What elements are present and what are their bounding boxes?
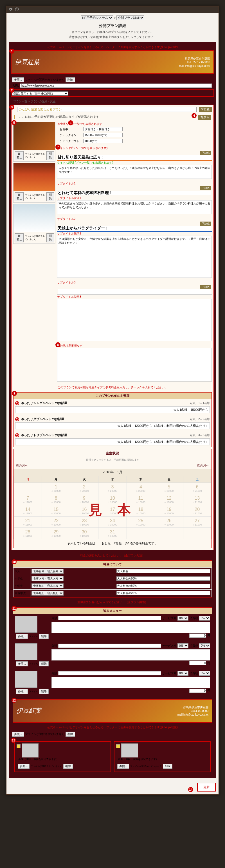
cal-cell[interactable] (127, 528, 155, 539)
addmenu-desc-textarea[interactable] (52, 677, 210, 688)
cal-cell[interactable]: 5○ 20000 (155, 483, 183, 494)
breadcrumb-system-select[interactable]: HP用予約システム (81, 16, 113, 20)
addmenu-cat-input[interactable] (58, 644, 161, 648)
price-note-input[interactable] (117, 584, 211, 588)
price-note-input[interactable] (117, 577, 211, 581)
img3-del-button[interactable]: 削除 (46, 234, 54, 242)
cal-cell[interactable]: 9○ 10000 (70, 494, 98, 505)
addmenu-price-input[interactable] (189, 661, 206, 665)
meal-select[interactable]: 食事あり・寝具あり (32, 569, 64, 574)
sec2-textarea[interactable] (57, 200, 212, 214)
plan-name-input[interactable] (17, 107, 197, 112)
room-price-input[interactable]: 大人1名様 12000円から（3名様ご利用の場合のお1人様あたり） (15, 438, 210, 445)
cal-cell[interactable]: 8○ 10000 (42, 494, 70, 505)
room-check[interactable] (15, 401, 19, 405)
addmenu-svc-select[interactable]: 0% (178, 671, 188, 676)
cal-cell[interactable]: 29○ 10000 (42, 528, 70, 539)
addmenu-price-input[interactable] (189, 689, 206, 693)
room-price-input[interactable]: 大人1名様 15000円から (15, 406, 210, 413)
cal-cell[interactable]: 4○ 20000 (127, 483, 155, 494)
cal-cell[interactable]: 14○ 11000 (14, 505, 42, 517)
header-delete-button[interactable]: 削除 (66, 77, 75, 82)
cal-cell[interactable]: 7○ 11000 (14, 494, 42, 505)
addmenu-svc-select[interactable]: 0% (178, 643, 188, 648)
cal-cell[interactable]: 24○ 10000 (98, 517, 127, 528)
sec4-textarea[interactable] (57, 299, 212, 341)
addmenu-del-button[interactable]: 削除 (39, 634, 49, 639)
line-color-button-4[interactable]: 下線色 (200, 285, 211, 289)
submit-button[interactable]: 更新 (197, 783, 216, 792)
dual-left-file[interactable]: 参照... (18, 764, 30, 769)
cal-cell[interactable]: 22○ 10000 (42, 517, 70, 528)
img1-del-button[interactable]: 削除 (46, 151, 54, 160)
img2-del-button[interactable]: 削除 (46, 192, 54, 201)
cal-cell[interactable]: 17○ 10000 (98, 505, 127, 517)
bg-color-button[interactable]: 背景色 (199, 107, 212, 112)
cal-cell[interactable]: 2○ 20000 (70, 483, 98, 494)
sec1-title-input[interactable] (58, 155, 211, 160)
price-note-input[interactable] (117, 569, 211, 573)
img3-file-button[interactable]: 参照... (14, 234, 24, 242)
meal-select[interactable]: 食事あり・寝具あり (32, 576, 64, 581)
addmenu-file-button[interactable]: 参照... (16, 661, 28, 666)
cal-cell[interactable]: 26○ 10000 (155, 517, 183, 528)
cal-cell[interactable]: 27○ 11000 (183, 517, 211, 528)
room-price-input[interactable]: 大人1名様 12000円から（2名様ご利用の場合のお1人様あたり） (15, 422, 210, 429)
addmenu-tax-select[interactable]: 0% (199, 643, 210, 648)
addmenu-del-button[interactable]: 削除 (39, 661, 49, 666)
sec3-textarea[interactable] (57, 236, 212, 278)
meal-select[interactable]: 食事無し・寝具あり (32, 584, 64, 588)
cal-cell[interactable]: 13○ 11000 (183, 494, 211, 505)
addmenu-cat-input[interactable] (58, 671, 161, 675)
dual-left-del[interactable]: 削除 (63, 764, 73, 769)
cal-next[interactable]: 次の月へ (197, 463, 209, 468)
addmenu-svc-select[interactable]: 0% (178, 616, 188, 621)
cal-cell[interactable]: 1○ 21000 (42, 483, 70, 494)
line-color-button-3[interactable]: 下線色 (200, 222, 211, 226)
cal-cell[interactable]: 31○ 10000 (98, 528, 127, 539)
cal-cell[interactable]: 21○ 11000 (14, 517, 42, 528)
addmenu-desc-textarea[interactable] (52, 649, 210, 660)
checkin-input[interactable] (83, 133, 123, 137)
sec1-textarea[interactable] (57, 165, 212, 179)
addmenu-tax-select[interactable]: 0% (199, 671, 210, 676)
cal-cell[interactable]: 3○ 20000 (98, 483, 127, 494)
sec2-title-input[interactable] (58, 191, 211, 195)
cal-cell[interactable]: 19○ 10000 (155, 505, 183, 517)
cal-cell[interactable] (183, 528, 211, 539)
checkout-input[interactable] (83, 139, 123, 143)
color-swatch-left[interactable] (17, 744, 21, 748)
addmenu-desc-textarea[interactable] (52, 622, 210, 633)
bg-color-button-2[interactable]: 背景色 (198, 115, 211, 120)
cal-cell[interactable]: 16○ 10000 (70, 505, 98, 517)
cal-cell[interactable] (14, 483, 42, 494)
dual-right-file[interactable]: 参照... (117, 764, 129, 769)
breadcrumb-page-select[interactable]: 公開プラン詳細 (117, 16, 144, 20)
url-input[interactable] (20, 84, 212, 88)
img1-file-button[interactable]: 参照... (14, 151, 24, 160)
cal-cell[interactable]: 6○ 21000 (183, 483, 211, 494)
translate-select[interactable]: 翻訳: 使用する（岩中極伝伊豆） (12, 91, 68, 96)
cal-cell[interactable]: 12○ 10000 (155, 494, 183, 505)
cal-cell[interactable]: 23○ 10000 (70, 517, 98, 528)
cal-cell[interactable]: 18○ 10000 (127, 505, 155, 517)
cal-cell[interactable]: 11○ 10000 (127, 494, 155, 505)
sec3-title-input[interactable] (58, 226, 211, 230)
addmenu-cat-input[interactable] (58, 616, 161, 620)
cal-cell[interactable] (155, 528, 183, 539)
price-note-input[interactable] (117, 591, 211, 595)
addmenu-tax-select[interactable]: 0% (199, 616, 210, 621)
cal-cell[interactable]: 20○ 11000 (183, 505, 211, 517)
line-color-button-2[interactable]: 下線色 (200, 186, 211, 190)
gear-icon[interactable] (9, 7, 13, 12)
footer-del-button[interactable]: 削除 (66, 732, 75, 737)
addmenu-file-button[interactable]: 参照... (16, 634, 28, 639)
cal-cell[interactable]: 15○ 10000 (42, 505, 70, 517)
addmenu-price-input[interactable] (189, 633, 206, 638)
room-check[interactable] (15, 417, 19, 421)
cal-cell[interactable]: 28○ 11000 (14, 528, 42, 539)
addmenu-file-button[interactable]: 参照... (16, 689, 28, 694)
header-file-button[interactable]: 参照... (12, 77, 24, 82)
cal-prev[interactable]: 前の月へ (16, 463, 28, 468)
meal-select[interactable]: 食事無し・寝具無し (32, 591, 64, 595)
